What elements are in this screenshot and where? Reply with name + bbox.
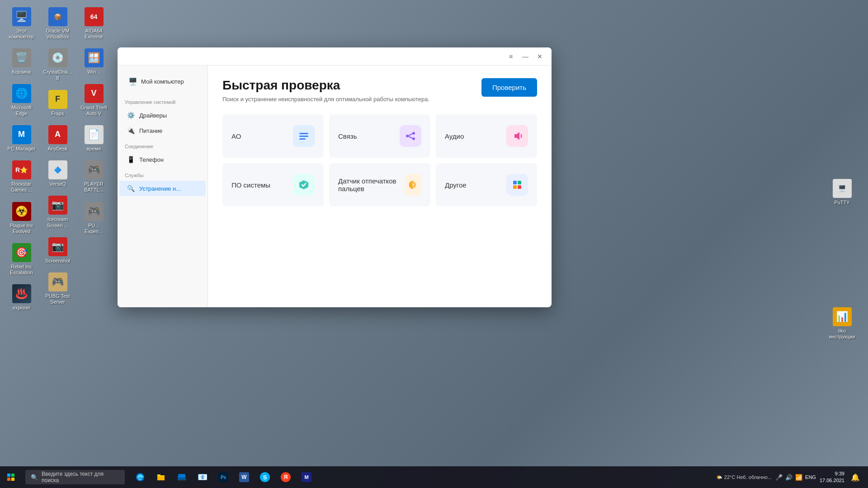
taskbar-outlook[interactable]: 📧: [193, 467, 212, 487]
sidebar-item-troubleshoot[interactable]: 🔍 Устранение н...: [119, 181, 206, 196]
svg-point-3: [406, 135, 409, 137]
desktop-icon-putty[interactable]: 🖥️ PuTTY: [825, 176, 859, 208]
this-computer-icon: 🖥️: [12, 7, 31, 26]
card-audio-icon: [506, 125, 528, 147]
sidebar: 🖥️ Мой компьютер Управление системой ⚙️ …: [118, 66, 208, 307]
desktop-icon-this-computer[interactable]: 🖥️ Этот компьютер: [5, 5, 38, 42]
sidebar-item-phone[interactable]: 📱 Телефон: [119, 152, 206, 167]
sidebar-my-computer[interactable]: 🖥️ Мой компьютер: [121, 73, 204, 90]
taskbar-yandex[interactable]: Я: [276, 467, 296, 487]
player-icon: 🎮: [85, 160, 104, 179]
taskbar-ps[interactable]: Ps: [213, 467, 233, 487]
sidebar-section-connection: Соединение: [118, 138, 208, 152]
pubg-test-label: PUBG Test Server: [42, 293, 73, 305]
desktop-icon-pubg-exp[interactable]: 🎮 PU... Experi...: [77, 199, 111, 237]
desktop-icon-player[interactable]: 🎮 PLAYER BATTL...: [77, 158, 111, 196]
my-computer-label: Мой компьютер: [141, 78, 184, 85]
desktop-icon-rebel[interactable]: 🎯 Rebel Inc Escalation: [5, 240, 38, 278]
msedge-label: Microsoft Edge: [6, 105, 37, 117]
lang-indicator[interactable]: ENG: [805, 474, 816, 480]
this-computer-label: Этот компьютер: [6, 28, 37, 40]
search-fix-icon: 🔍: [127, 185, 135, 192]
app-window: ≡ — ✕ 🖥️ Мой компьютер Управление систем…: [118, 47, 552, 307]
svg-rect-10: [518, 181, 521, 184]
card-connection[interactable]: Связь: [329, 114, 430, 158]
card-audio[interactable]: Аудио: [436, 114, 537, 158]
notification-icon: 🔔: [851, 473, 860, 482]
sidebar-item-drivers[interactable]: ⚙️ Драйверы: [119, 108, 206, 123]
clock-date: 17.06.2021: [820, 477, 844, 484]
desktop-icon-anydesk[interactable]: A AnyDesk: [41, 122, 75, 155]
svg-rect-1: [299, 136, 308, 137]
desktop-icon-pubg-test[interactable]: 🎮 PUBG Test Server: [41, 270, 75, 308]
rebel-icon: 🎯: [12, 243, 31, 262]
desktop-icon-iiko[interactable]: 📊 Iiko инструкции: [825, 305, 859, 343]
win-icon: 🪟: [85, 48, 104, 67]
desktop-icon-vremya[interactable]: 📄 время: [77, 122, 111, 155]
minimize-button[interactable]: —: [519, 50, 532, 63]
svg-rect-16: [11, 478, 14, 481]
mic-icon[interactable]: 🎤: [775, 474, 783, 481]
card-other-icon: [506, 174, 528, 196]
weather-display: 🌤️ 22°C Неб. облачно...: [716, 474, 772, 480]
desktop-icon-crystaldisk[interactable]: 💿 CrystalDisk... 8: [41, 46, 75, 84]
sidebar-item-power[interactable]: 🔌 Питание: [119, 123, 206, 138]
taskbar-explorer[interactable]: [151, 467, 171, 487]
close-button[interactable]: ✕: [533, 50, 546, 63]
phone-label: Телефон: [139, 156, 164, 163]
card-system-sw[interactable]: ПО системы: [222, 163, 324, 206]
svg-point-4: [412, 132, 415, 135]
taskbar-store[interactable]: [172, 467, 192, 487]
win-label: Win...: [87, 69, 100, 75]
steam-label: explorer: [13, 305, 31, 311]
desktop-icon-win[interactable]: 🪟 Win...: [77, 46, 111, 78]
gta-label: Grand Theft Auto V: [79, 105, 109, 117]
taskbar-edge[interactable]: [130, 467, 150, 487]
crystaldisk-icon: 💿: [48, 48, 67, 67]
card-other[interactable]: Другое: [436, 163, 537, 206]
desktop-icon-gta[interactable]: V Grand Theft Auto V: [77, 81, 111, 119]
svg-rect-0: [299, 133, 308, 134]
check-button[interactable]: Проверить: [481, 78, 537, 97]
network-icon[interactable]: 📶: [795, 474, 802, 481]
taskbar-skype[interactable]: S: [255, 467, 275, 487]
desktop-icon-verseq[interactable]: 🔷 VerseQ: [41, 158, 75, 190]
volume-icon[interactable]: 🔊: [785, 474, 793, 481]
start-button[interactable]: [0, 466, 22, 488]
card-fingerprint-label: Датчик отпечатков пальцев: [338, 177, 405, 192]
menu-button[interactable]: ≡: [505, 50, 517, 63]
systray-icons: 🎤 🔊 📶 ENG: [775, 474, 816, 481]
desktop-icon-plague[interactable]: ☣️ Plague Inc Evolved: [5, 199, 38, 237]
screenshot-label: Screenshot: [45, 258, 71, 264]
desktop-icon-rockstar[interactable]: R⭐ Rockstar Games ...: [5, 158, 38, 196]
taskbar-word[interactable]: W: [234, 467, 254, 487]
desktop-icon-screenshot[interactable]: 📷 Screenshot: [41, 235, 75, 267]
desktop-icon-fraps[interactable]: F Fraps: [41, 87, 75, 119]
desktop-icon-oracle[interactable]: 📦 Oracle VM VirtualBox: [41, 5, 75, 42]
card-system-sw-label: ПО системы: [231, 181, 270, 189]
desktop-icon-aida64[interactable]: 64 AIDA64 Extreme: [77, 5, 111, 42]
card-ao[interactable]: АО: [222, 114, 324, 158]
desktop-icon-edge[interactable]: 🌐 Microsoft Edge: [5, 81, 38, 119]
card-fingerprint[interactable]: Датчик отпечатков пальцев: [329, 163, 430, 206]
desktop-icon-recycle[interactable]: 🗑️ Корзина: [5, 46, 38, 78]
troubleshoot-label: Устранение н...: [139, 185, 181, 192]
desktop-icon-pc-manager[interactable]: M PC Manager: [5, 122, 38, 155]
notification-button[interactable]: 🔔: [848, 470, 863, 484]
search-text: Введите здесь текст для поиска: [42, 471, 119, 483]
rockstar-label: Rockstar Games ...: [6, 181, 37, 193]
rebel-label: Rebel Inc Escalation: [6, 264, 37, 276]
desktop-icon-steam[interactable]: ♨️ explorer: [5, 282, 38, 314]
putty-label: PuTTY: [834, 200, 849, 206]
player-label: PLAYER BATTL...: [79, 181, 109, 193]
taskbar-apps: 📧 Ps W S Я M: [128, 467, 711, 487]
card-audio-label: Аудио: [445, 132, 464, 140]
svg-rect-11: [513, 185, 517, 189]
icecream-icon: 📷: [48, 196, 67, 215]
main-content: Быстрая проверка Поиск и устранение неис…: [208, 66, 552, 307]
taskbar-im[interactable]: M: [297, 467, 316, 487]
taskbar-search[interactable]: 🔍 Введите здесь текст для поиска: [25, 470, 125, 484]
svg-point-19: [183, 479, 184, 481]
svg-rect-15: [7, 478, 10, 481]
desktop-icon-icecream[interactable]: 📷 Icecream Screen ...: [41, 193, 75, 231]
